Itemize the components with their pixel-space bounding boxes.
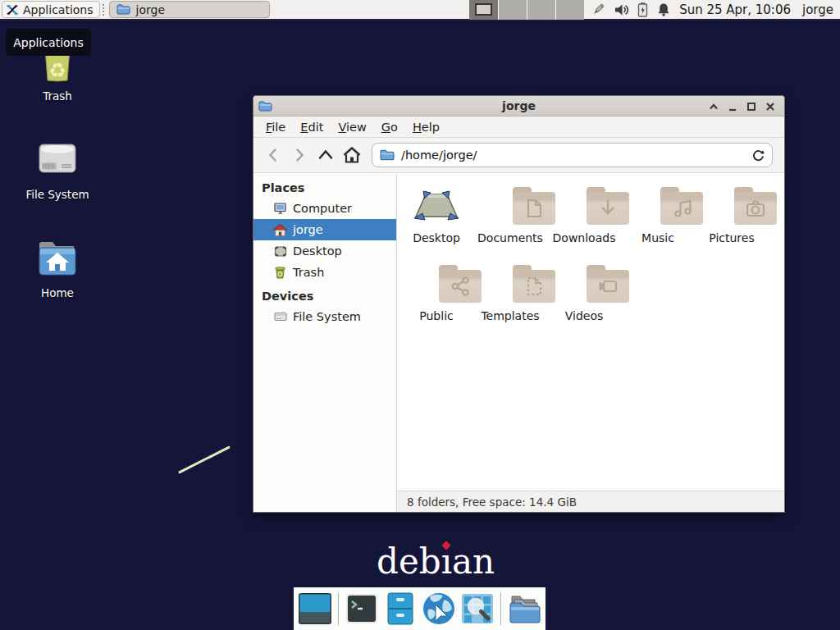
file-item-label: Music [641,231,674,244]
taskbar-window-button[interactable]: jorge [109,1,270,18]
sidebar-item-label: File System [293,310,361,323]
file-item-music[interactable]: Music [621,180,695,258]
desktop-icon-label: Trash [43,89,72,103]
toolbar: /home/jorge/ [253,138,784,173]
close-button[interactable] [765,101,776,112]
file-item-documents[interactable]: Documents [473,180,547,258]
window-titlebar[interactable]: jorge [253,96,784,116]
desktop-surface-icon [413,187,460,225]
forward-button[interactable] [286,142,313,168]
file-item-label: Public [419,309,453,322]
home-button[interactable] [339,142,365,168]
shade-button[interactable] [708,101,719,112]
panel-clock[interactable]: Sun 25 Apr, 10:06 [679,2,791,17]
home-folder-icon [34,238,80,282]
desktop-icon-label: File System [25,188,89,201]
file-item-label: Downloads [553,231,616,244]
sidebar-item-label: Desktop [293,244,342,258]
sidebar-header-places: Places [253,178,396,198]
app-finder-launcher[interactable] [460,591,495,627]
volume-icon[interactable] [614,2,629,17]
location-bar[interactable]: /home/jorge/ [372,143,773,167]
file-item-downloads[interactable]: Downloads [547,180,621,258]
workspace-switcher [469,0,584,20]
folder-icon [380,149,395,161]
folder-icon [116,4,130,15]
file-item-pictures[interactable]: Pictures [695,180,769,258]
web-browser-launcher[interactable] [422,591,456,627]
maximize-button[interactable] [746,101,757,112]
menubar: File Edit View Go Help [253,116,784,138]
bottom-dock [294,587,546,630]
drive-icon [273,311,287,322]
window-title: jorge [253,99,784,112]
stylus-tool-icon[interactable] [591,2,606,17]
terminal-launcher[interactable] [345,591,379,627]
workspace-1[interactable] [469,0,498,20]
dock-separator [500,592,501,625]
hard-drive-icon [34,138,80,184]
file-item-desktop[interactable]: Desktop [399,180,473,258]
sidebar-item-trash[interactable]: Trash [253,262,396,283]
sidebar: Places Computer [253,174,397,512]
sidebar-item-jorge[interactable]: jorge [253,219,396,240]
battery-icon[interactable] [637,2,649,17]
back-button[interactable] [260,142,286,168]
workspace-4[interactable] [555,0,584,20]
sidebar-item-file-system[interactable]: File System [253,306,396,327]
file-manager-launcher[interactable] [383,591,418,627]
sidebar-item-label: Trash [293,266,324,279]
menu-go[interactable]: Go [374,116,405,138]
desktop-icon-file-system[interactable]: File System [15,138,100,201]
desktop-icon-home[interactable]: Home [15,238,100,299]
desktop-icon [273,245,287,258]
trash-icon [273,267,287,279]
taskbar-window-label: jorge [136,3,165,16]
sidebar-item-label: jorge [293,223,323,236]
dock-separator [338,592,339,625]
file-item-videos[interactable]: Videos [547,258,621,336]
window-body: Places Computer [253,174,784,512]
window-folder-icon [258,101,272,112]
desktop-icon-label: Home [41,286,74,299]
stray-line [178,445,231,473]
sidebar-item-label: Computer [293,202,352,215]
applications-menu-label: Applications [23,3,94,16]
notification-bell-icon[interactable] [656,2,671,17]
files-grid: Desktop Documents Downloads [399,180,769,336]
workspace-2[interactable] [498,0,527,20]
file-item-public[interactable]: Public [399,258,473,336]
menu-file[interactable]: File [258,116,293,138]
workspace-3[interactable] [527,0,555,20]
menu-edit[interactable]: Edit [293,116,331,138]
menu-help[interactable]: Help [405,116,447,138]
minimize-button[interactable] [727,101,738,112]
file-manager-window: jorge File Edit View Go Help [253,95,785,513]
file-item-label: Pictures [709,231,754,244]
file-view[interactable]: Desktop Documents Downloads [397,174,784,512]
sidebar-item-computer[interactable]: Computer [253,198,396,219]
window-controls [708,96,776,116]
file-item-templates[interactable]: Templates [473,258,547,336]
applications-menu-button[interactable]: Applications [2,1,100,18]
workspace-window-thumb [475,3,492,16]
top-panel: Applications jorge [0,0,840,21]
show-desktop-button[interactable] [298,591,332,627]
file-item-label: Documents [477,231,543,244]
file-item-label: Desktop [413,231,460,244]
reload-icon[interactable] [751,148,765,162]
directory-menu-button[interactable] [507,591,541,627]
menu-view[interactable]: View [331,116,373,138]
up-button[interactable] [313,142,339,168]
sidebar-header-devices: Devices [253,286,396,306]
panel-handle[interactable] [103,4,107,16]
panel-user-menu[interactable]: jorge [802,2,833,17]
file-item-label: Templates [481,309,539,322]
file-item-label: Videos [565,309,604,322]
computer-icon [273,203,287,215]
location-path[interactable]: /home/jorge/ [401,148,745,162]
xfce-logo-icon [6,3,19,16]
sidebar-item-desktop[interactable]: Desktop [253,240,396,262]
debian-logo: debıan [377,541,495,582]
system-tray [591,2,671,17]
